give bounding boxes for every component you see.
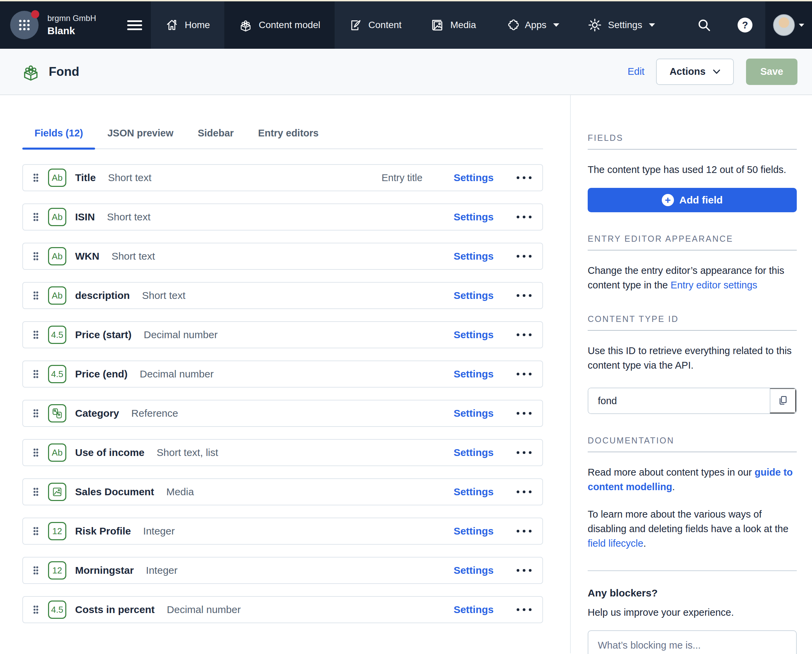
field-row: AbWKNShort textSettings (22, 243, 543, 270)
field-type-icon: 12 (48, 522, 66, 540)
field-overflow-button[interactable] (515, 215, 533, 219)
content-model-icon (238, 18, 253, 32)
field-type-label: Short text (142, 290, 185, 301)
actions-button[interactable]: Actions (656, 58, 734, 85)
search-button[interactable] (684, 2, 725, 49)
field-overflow-button[interactable] (515, 450, 533, 455)
content-type-id-group (588, 388, 797, 414)
field-type-label: Short text, list (157, 447, 218, 458)
content-type-icon (21, 62, 41, 82)
tab-sidebar[interactable]: Sidebar (185, 128, 246, 148)
drag-handle-icon[interactable] (32, 486, 39, 497)
field-settings-link[interactable]: Settings (454, 408, 494, 419)
nav-item-content-model[interactable]: Content model (224, 2, 334, 49)
main-panel: Fields (12)JSON previewSidebarEntry edit… (0, 95, 570, 653)
field-overflow-button[interactable] (515, 568, 533, 573)
nav-item-settings[interactable]: Settings (574, 2, 669, 49)
field-settings-link[interactable]: Settings (454, 211, 494, 223)
field-type-icon: 4.5 (48, 601, 66, 619)
account-menu[interactable] (765, 2, 812, 49)
field-overflow-button[interactable] (515, 489, 533, 494)
documentation-p1-after: . (672, 481, 675, 492)
field-settings-link[interactable]: Settings (454, 251, 494, 262)
field-overflow-button[interactable] (515, 529, 533, 533)
field-settings-link[interactable]: Settings (454, 526, 494, 537)
drag-handle-icon[interactable] (32, 604, 39, 615)
apps-icon (504, 18, 519, 32)
drag-handle-icon[interactable] (32, 290, 39, 301)
content-type-id-text: Use this ID to retrieve everything relat… (588, 344, 797, 373)
drag-handle-icon[interactable] (32, 565, 39, 576)
field-type-label: Decimal number (140, 368, 214, 380)
blocker-box (588, 630, 797, 654)
nav-right: ? (684, 2, 812, 49)
field-type-label: Short text (108, 172, 151, 183)
page-title: Fond (49, 65, 79, 79)
content-icon (349, 18, 362, 32)
field-type-label: Short text (107, 211, 150, 223)
add-field-button[interactable]: + Add field (588, 188, 797, 212)
org-avatar[interactable] (10, 11, 38, 39)
field-settings-link[interactable]: Settings (454, 604, 494, 616)
tab-json-preview[interactable]: JSON preview (95, 128, 185, 148)
drag-handle-icon[interactable] (32, 251, 39, 262)
field-overflow-button[interactable] (515, 411, 533, 416)
field-name: Sales Document (75, 486, 154, 498)
nav-item-media[interactable]: Media (416, 2, 490, 49)
tab-entry-editors[interactable]: Entry editors (246, 128, 331, 148)
drag-handle-icon[interactable] (32, 329, 39, 340)
save-button[interactable]: Save (746, 58, 797, 85)
nav-item-label: Content model (259, 20, 321, 31)
page-header: Fond Edit Actions Save (0, 49, 812, 95)
field-type-label: Reference (131, 408, 178, 419)
drag-handle-icon[interactable] (32, 172, 39, 183)
edit-link[interactable]: Edit (627, 66, 644, 77)
drag-handle-icon[interactable] (32, 408, 39, 419)
media-icon (430, 18, 444, 32)
field-name: Risk Profile (75, 526, 131, 537)
nav-item-content[interactable]: Content (334, 2, 416, 49)
field-overflow-button[interactable] (515, 175, 533, 180)
nav-item-apps[interactable]: Apps (490, 2, 574, 49)
field-overflow-button[interactable] (515, 607, 533, 612)
drag-handle-icon[interactable] (32, 369, 39, 379)
menu-toggle-button[interactable] (127, 18, 142, 32)
field-settings-link[interactable]: Settings (454, 447, 494, 458)
header-actions: Edit Actions Save (627, 58, 797, 85)
blocker-textarea[interactable] (588, 630, 797, 654)
content-type-id-input[interactable] (588, 388, 770, 413)
plus-icon: + (662, 194, 674, 206)
org-block[interactable]: brgmn GmbH Blank (0, 2, 151, 49)
field-lifecycle-link[interactable]: field lifecycle (588, 538, 643, 549)
field-settings-link[interactable]: Settings (454, 486, 494, 498)
field-name: Category (75, 408, 119, 419)
content-area: Fields (12)JSON previewSidebarEntry edit… (0, 95, 812, 653)
settings-icon (588, 18, 602, 32)
field-settings-link[interactable]: Settings (454, 290, 494, 301)
drag-handle-icon[interactable] (32, 212, 39, 222)
help-button[interactable]: ? (725, 2, 765, 49)
chevron-down-icon (713, 69, 720, 75)
field-overflow-button[interactable] (515, 293, 533, 298)
fields-section-heading: FIELDS (588, 133, 797, 150)
entry-editor-text: Change the entry editor’s appearance for… (588, 263, 797, 292)
documentation-p1-before: Read more about content types in our (588, 467, 754, 478)
field-overflow-button[interactable] (515, 332, 533, 337)
entry-editor-settings-link[interactable]: Entry editor settings (670, 280, 757, 290)
search-icon (696, 17, 712, 33)
field-row: CategoryReferenceSettings (22, 400, 543, 427)
nav-item-home[interactable]: Home (151, 2, 224, 49)
field-settings-link[interactable]: Settings (454, 329, 494, 341)
copy-id-button[interactable] (770, 388, 796, 413)
field-overflow-button[interactable] (515, 372, 533, 376)
field-overflow-button[interactable] (515, 254, 533, 258)
drag-handle-icon[interactable] (32, 526, 39, 536)
field-name: Price (start) (75, 329, 131, 341)
field-settings-link[interactable]: Settings (454, 172, 494, 183)
drag-handle-icon[interactable] (32, 447, 39, 458)
field-name: Title (75, 172, 96, 183)
tab-fields-12-[interactable]: Fields (12) (22, 128, 95, 148)
field-name: Price (end) (75, 368, 128, 380)
field-settings-link[interactable]: Settings (454, 565, 494, 576)
field-settings-link[interactable]: Settings (454, 368, 494, 380)
